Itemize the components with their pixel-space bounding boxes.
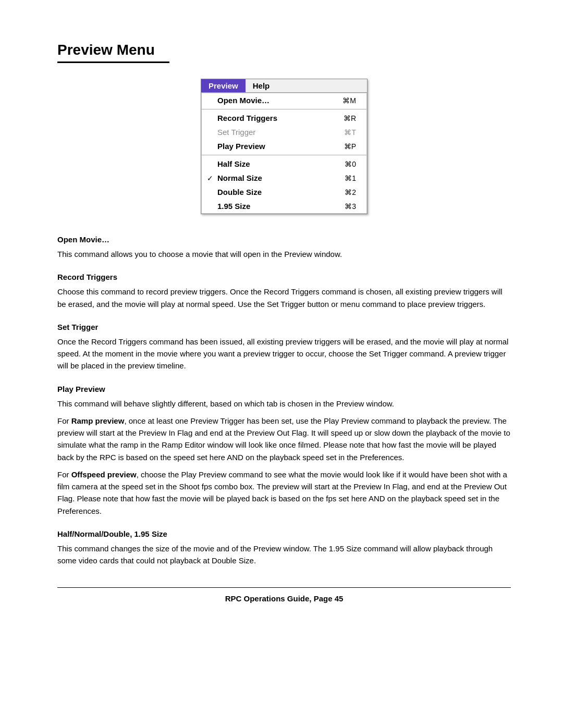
- menu-items-list: Open Movie… ⌘M Record Triggers ⌘R Set Tr…: [201, 93, 367, 214]
- menu-item-set-trigger-shortcut: ⌘T: [344, 128, 356, 137]
- section-open-movie-title: Open Movie…: [57, 235, 511, 244]
- section-size-title: Half/Normal/Double, 1.95 Size: [57, 529, 511, 538]
- menu-item-set-trigger-label: Set Trigger: [217, 128, 255, 137]
- menu-item-normal-size-shortcut: ⌘1: [345, 174, 356, 182]
- menu-bar-help[interactable]: Help: [246, 79, 277, 92]
- menu-item-play-preview-shortcut: ⌘P: [344, 142, 356, 151]
- section-set-trigger-title: Set Trigger: [57, 323, 511, 331]
- separator-2: [202, 155, 366, 155]
- menu-item-half-size-label: Half Size: [217, 159, 250, 168]
- separator-1: [202, 109, 366, 109]
- menu-item-195-size-label: 1.95 Size: [217, 202, 250, 211]
- set-trigger-p1: Once the Record Triggers command has bee…: [57, 336, 511, 372]
- menu-item-195-size[interactable]: 1.95 Size ⌘3: [202, 199, 366, 213]
- footer: RPC Operations Guide, Page 45: [57, 587, 511, 603]
- section-set-trigger: Set Trigger Once the Record Triggers com…: [57, 323, 511, 372]
- checkmark-icon: ✓: [207, 174, 213, 182]
- section-set-trigger-body: Once the Record Triggers command has bee…: [57, 336, 511, 372]
- offspeed-preview-bold: Offspeed preview: [71, 470, 137, 479]
- menu-bar: Preview Help: [201, 79, 367, 93]
- section-play-preview: Play Preview This command will behave sl…: [57, 385, 511, 517]
- menu-item-195-size-shortcut: ⌘3: [345, 202, 356, 211]
- menu-item-double-size-label: Double Size: [217, 188, 262, 196]
- size-p1: This command changes the size of the mov…: [57, 542, 511, 567]
- menu-item-normal-size-label: Normal Size: [217, 174, 262, 182]
- menu-item-half-size-shortcut: ⌘0: [345, 160, 356, 168]
- menu-item-record-triggers-label: Record Triggers: [217, 114, 277, 122]
- footer-text: RPC Operations Guide, Page 45: [225, 594, 344, 603]
- menu-item-play-preview-label: Play Preview: [217, 142, 265, 151]
- section-record-triggers-title: Record Triggers: [57, 273, 511, 281]
- menu-item-open-movie[interactable]: Open Movie… ⌘M: [202, 93, 366, 107]
- menu-item-double-size[interactable]: Double Size ⌘2: [202, 185, 366, 199]
- menu-item-normal-size[interactable]: ✓ Normal Size ⌘1: [202, 171, 366, 185]
- page-title: Preview Menu: [57, 42, 511, 58]
- section-size: Half/Normal/Double, 1.95 Size This comma…: [57, 529, 511, 567]
- menu-window: Preview Help Open Movie… ⌘M Record Trigg…: [201, 79, 368, 214]
- menu-item-half-size[interactable]: Half Size ⌘0: [202, 157, 366, 171]
- section-open-movie-body: This command allows you to choose a movi…: [57, 248, 511, 260]
- menu-item-set-trigger[interactable]: Set Trigger ⌘T: [202, 125, 366, 139]
- menu-item-record-triggers[interactable]: Record Triggers ⌘R: [202, 111, 366, 125]
- section-play-preview-title: Play Preview: [57, 385, 511, 393]
- ramp-preview-bold: Ramp preview: [71, 416, 125, 425]
- play-preview-p3: For Offspeed preview, choose the Play Pr…: [57, 468, 511, 517]
- menu-item-record-triggers-shortcut: ⌘R: [344, 114, 356, 122]
- open-movie-p1: This command allows you to choose a movi…: [57, 248, 511, 260]
- section-record-triggers-body: Choose this command to record preview tr…: [57, 286, 511, 310]
- menu-bar-preview[interactable]: Preview: [201, 79, 246, 92]
- menu-item-double-size-shortcut: ⌘2: [345, 188, 356, 196]
- title-underline: [57, 61, 169, 63]
- record-triggers-p1: Choose this command to record preview tr…: [57, 286, 511, 310]
- section-open-movie: Open Movie… This command allows you to c…: [57, 235, 511, 260]
- section-size-body: This command changes the size of the mov…: [57, 542, 511, 567]
- play-preview-p2: For Ramp preview, once at least one Prev…: [57, 415, 511, 463]
- menu-screenshot: Preview Help Open Movie… ⌘M Record Trigg…: [57, 79, 511, 214]
- section-record-triggers: Record Triggers Choose this command to r…: [57, 273, 511, 310]
- play-preview-p1: This command will behave slightly differ…: [57, 398, 511, 410]
- menu-item-open-movie-shortcut: ⌘M: [342, 96, 356, 105]
- section-play-preview-body: This command will behave slightly differ…: [57, 398, 511, 517]
- menu-item-play-preview[interactable]: Play Preview ⌘P: [202, 139, 366, 153]
- menu-item-open-movie-label: Open Movie…: [217, 96, 270, 105]
